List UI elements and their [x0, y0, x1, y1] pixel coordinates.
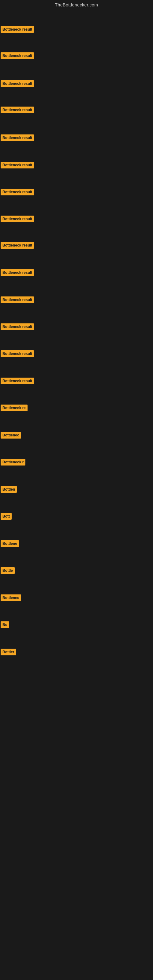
bottleneck-badge-10[interactable]: Bottleneck result	[1, 269, 34, 276]
bottleneck-item-2[interactable]: Bottleneck result	[1, 52, 34, 59]
bottleneck-badge-3[interactable]: Bottleneck result	[1, 80, 34, 87]
bottleneck-badge-1[interactable]: Bottleneck result	[1, 26, 34, 33]
bottleneck-item-13[interactable]: Bottleneck result	[1, 350, 34, 357]
bottleneck-item-1[interactable]: Bottleneck result	[1, 26, 34, 33]
bottleneck-item-6[interactable]: Bottleneck result	[1, 162, 34, 169]
bottleneck-item-20[interactable]: Bottlene	[1, 540, 19, 547]
bottleneck-badge-9[interactable]: Bottleneck result	[1, 242, 34, 249]
bottleneck-badge-6[interactable]: Bottleneck result	[1, 162, 34, 169]
bottleneck-badge-5[interactable]: Bottleneck result	[1, 134, 34, 141]
bottleneck-item-14[interactable]: Bottleneck result	[1, 378, 34, 384]
bottleneck-badge-11[interactable]: Bottleneck result	[1, 296, 34, 303]
bottleneck-item-18[interactable]: Bottlen	[1, 486, 17, 493]
site-title: TheBottlenecker.com	[0, 0, 153, 9]
bottleneck-badge-8[interactable]: Bottleneck result	[1, 216, 34, 222]
bottleneck-badge-22[interactable]: Bottlenec	[1, 595, 21, 601]
bottleneck-badge-15[interactable]: Bottleneck re	[1, 404, 27, 411]
bottleneck-badge-12[interactable]: Bottleneck result	[1, 323, 34, 330]
bottleneck-item-8[interactable]: Bottleneck result	[1, 216, 34, 222]
bottleneck-badge-2[interactable]: Bottleneck result	[1, 52, 34, 59]
bottleneck-badge-14[interactable]: Bottleneck result	[1, 378, 34, 384]
bottleneck-badge-7[interactable]: Bottleneck result	[1, 189, 34, 196]
bottleneck-item-22[interactable]: Bottlenec	[1, 595, 21, 601]
bottleneck-badge-23[interactable]: Bo	[1, 621, 9, 628]
bottleneck-badge-20[interactable]: Bottlene	[1, 540, 19, 547]
bottleneck-item-19[interactable]: Bott	[1, 513, 12, 520]
bottleneck-badge-17[interactable]: Bottleneck r	[1, 459, 26, 466]
bottleneck-badge-4[interactable]: Bottleneck result	[1, 107, 34, 113]
bottleneck-item-17[interactable]: Bottleneck r	[1, 459, 26, 466]
bottleneck-item-3[interactable]: Bottleneck result	[1, 80, 34, 87]
bottleneck-item-9[interactable]: Bottleneck result	[1, 242, 34, 249]
bottleneck-item-15[interactable]: Bottleneck re	[1, 404, 27, 411]
bottleneck-item-5[interactable]: Bottleneck result	[1, 134, 34, 141]
bottleneck-badge-19[interactable]: Bott	[1, 513, 12, 520]
bottleneck-badge-13[interactable]: Bottleneck result	[1, 350, 34, 357]
bottleneck-item-12[interactable]: Bottleneck result	[1, 323, 34, 330]
bottleneck-badge-24[interactable]: Bottler	[1, 649, 16, 655]
bottleneck-item-10[interactable]: Bottleneck result	[1, 269, 34, 276]
bottleneck-badge-18[interactable]: Bottlen	[1, 486, 17, 493]
bottleneck-item-11[interactable]: Bottleneck result	[1, 296, 34, 303]
bottleneck-item-21[interactable]: Bottle	[1, 567, 15, 574]
bottleneck-item-24[interactable]: Bottler	[1, 649, 16, 655]
bottleneck-item-7[interactable]: Bottleneck result	[1, 189, 34, 196]
bottleneck-badge-16[interactable]: Bottlenec	[1, 432, 21, 439]
bottleneck-item-16[interactable]: Bottlenec	[1, 432, 21, 439]
bottleneck-item-23[interactable]: Bo	[1, 621, 9, 628]
bottleneck-badge-21[interactable]: Bottle	[1, 567, 15, 574]
bottleneck-item-4[interactable]: Bottleneck result	[1, 107, 34, 113]
